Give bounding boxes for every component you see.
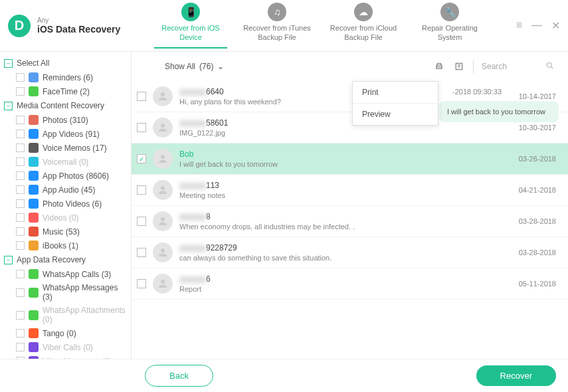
item-checkbox[interactable] <box>16 73 25 82</box>
item-checkbox[interactable] <box>16 87 25 96</box>
category-checkbox[interactable]: − <box>4 102 13 110</box>
message-row[interactable]: 6 Report 05-11-2018 <box>132 268 568 300</box>
tab-0[interactable]: 📱Recover from iOS Device <box>154 3 227 48</box>
sidebar-item[interactable]: App Videos (91) <box>3 127 128 141</box>
item-checkbox[interactable] <box>16 144 25 152</box>
item-label: Photo Videos (6) <box>43 199 102 209</box>
row-checkbox[interactable] <box>137 217 146 226</box>
item-icon <box>29 157 39 167</box>
msg-date: 03-28-2018 <box>519 217 556 225</box>
message-row[interactable]: ✓ Bob I will get back to you tomorrow 03… <box>132 144 568 175</box>
message-row[interactable]: 113 Meeting notes 04-21-2018 <box>132 175 568 206</box>
item-label: Reminders (6) <box>43 73 93 82</box>
row-checkbox[interactable] <box>137 123 146 132</box>
avatar-icon <box>153 86 173 106</box>
item-label: Videos (0) <box>43 213 78 223</box>
detail-bubble: I will get back to you tomorrow <box>439 101 559 122</box>
item-label: Viber Calls (0) <box>43 343 93 352</box>
item-checkbox[interactable] <box>16 343 25 351</box>
item-checkbox[interactable] <box>16 270 25 278</box>
msg-name: 9228729 <box>179 243 512 252</box>
sidebar-item[interactable]: Photos (310) <box>3 113 128 127</box>
category-checkbox[interactable]: − <box>4 59 13 68</box>
sidebar-item[interactable]: Voicemail (0) <box>3 155 128 169</box>
item-checkbox[interactable] <box>16 199 25 208</box>
menu-icon[interactable]: ≡ <box>516 19 522 32</box>
detail-timestamp: -2018 09:30:33 <box>439 88 559 96</box>
item-checkbox[interactable] <box>16 227 25 236</box>
sidebar-item[interactable]: Viber Messages (0) <box>3 354 128 359</box>
recover-button[interactable]: Recover <box>476 365 556 386</box>
tab-2[interactable]: ☁Recover from iCloud Backup File <box>327 3 400 48</box>
sidebar-item[interactable]: FaceTime (2) <box>3 84 128 98</box>
sidebar-category[interactable]: −Media Content Recovery <box>3 98 128 113</box>
tab-3[interactable]: 🔧Repair Operating System <box>413 3 486 48</box>
item-checkbox[interactable] <box>16 213 25 222</box>
sidebar-item[interactable]: WhatsApp Messages (3) <box>3 281 128 304</box>
close-icon[interactable]: ✕ <box>551 19 560 32</box>
sidebar-item[interactable]: iBooks (1) <box>3 239 128 252</box>
item-icon <box>29 328 39 338</box>
item-checkbox[interactable] <box>16 157 25 166</box>
main-tabs: 📱Recover from iOS Device♫Recover from iT… <box>154 3 516 48</box>
item-checkbox[interactable] <box>16 288 25 297</box>
header: D Any iOS Data Recovery 📱Recover from iO… <box>0 0 568 52</box>
item-checkbox[interactable] <box>16 130 25 138</box>
export-icon[interactable] <box>453 60 465 72</box>
sidebar-item[interactable]: App Photos (8606) <box>3 169 128 183</box>
row-checkbox[interactable] <box>137 185 146 195</box>
msg-date: 04-21-2018 <box>519 186 556 194</box>
sidebar-item[interactable]: Music (53) <box>3 225 128 239</box>
row-checkbox[interactable] <box>137 248 146 257</box>
message-row[interactable]: 8 When economy drops, all industries may… <box>132 206 568 237</box>
tab-icon: ♫ <box>268 3 286 21</box>
item-label: WhatsApp Calls (3) <box>43 270 111 279</box>
print-icon[interactable] <box>433 60 445 72</box>
tab-icon: 📱 <box>181 3 200 21</box>
sidebar-item[interactable]: Voice Memos (17) <box>3 141 128 155</box>
popup-print[interactable]: Print <box>353 82 438 104</box>
avatar-icon <box>153 118 173 138</box>
sidebar-item[interactable]: Tango (0) <box>3 326 128 340</box>
row-checkbox[interactable] <box>137 279 146 288</box>
item-checkbox[interactable] <box>16 185 25 194</box>
item-label: WhatsApp Messages (3) <box>43 283 127 302</box>
item-checkbox[interactable] <box>16 311 25 320</box>
category-checkbox[interactable]: − <box>4 256 13 264</box>
message-row[interactable]: 9228729 can always do something to save … <box>132 237 568 268</box>
popup-preview[interactable]: Preview <box>353 104 438 125</box>
sidebar-category[interactable]: −App Data Recovery <box>3 252 128 267</box>
tab-1[interactable]: ♫Recover from iTunes Backup File <box>240 3 314 48</box>
item-label: Voicemail (0) <box>43 157 88 167</box>
row-checkbox[interactable]: ✓ <box>137 154 146 163</box>
item-icon <box>29 241 39 250</box>
minimize-icon[interactable]: — <box>531 19 542 32</box>
msg-name: Bob <box>179 149 512 159</box>
item-label: Photos (310) <box>43 116 88 125</box>
search-input[interactable]: Search <box>482 61 555 72</box>
sidebar-item[interactable]: WhatsApp Attachments (0) <box>3 304 128 326</box>
tab-label: Recover from iCloud Backup File <box>327 24 400 41</box>
sidebar-item[interactable]: Photo Videos (6) <box>3 197 128 211</box>
item-checkbox[interactable] <box>16 329 25 338</box>
sidebar-item[interactable]: WhatsApp Calls (3) <box>3 267 128 281</box>
row-checkbox[interactable] <box>137 92 146 101</box>
item-checkbox[interactable] <box>16 116 25 124</box>
sidebar-item[interactable]: Reminders (6) <box>3 70 128 84</box>
item-label: WhatsApp Attachments (0) <box>43 306 127 324</box>
item-icon <box>29 213 39 223</box>
sidebar-category[interactable]: −Select All <box>3 56 128 70</box>
item-checkbox[interactable] <box>16 171 25 180</box>
sidebar-item[interactable]: App Audio (45) <box>3 183 128 197</box>
msg-name: 8 <box>179 212 512 221</box>
chevron-down-icon: ⌄ <box>217 62 224 71</box>
show-all-dropdown[interactable]: Show All (76) ⌄ <box>165 62 224 71</box>
avatar-icon <box>153 211 173 231</box>
category-label: App Data Recovery <box>17 255 86 264</box>
msg-date: 10-30-2017 <box>519 124 556 132</box>
sidebar-item[interactable]: Videos (0) <box>3 211 128 225</box>
item-checkbox[interactable] <box>16 241 25 250</box>
back-button[interactable]: Back <box>145 365 213 387</box>
item-checkbox[interactable] <box>16 357 25 359</box>
sidebar-item[interactable]: Viber Calls (0) <box>3 340 128 354</box>
